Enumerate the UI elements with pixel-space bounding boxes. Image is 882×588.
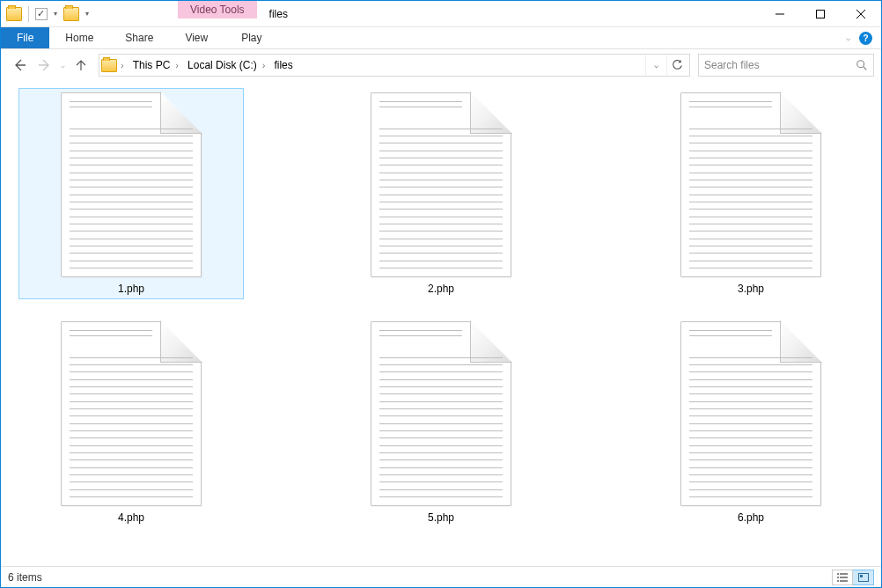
maximize-icon bbox=[816, 10, 825, 18]
file-name-label: 2.php bbox=[428, 283, 454, 295]
refresh-button[interactable] bbox=[666, 55, 687, 76]
file-grid: 1.php2.php3.php4.php5.php6.php bbox=[10, 88, 872, 528]
svg-rect-4 bbox=[837, 577, 839, 578]
details-view-button[interactable] bbox=[832, 570, 853, 585]
minimize-icon bbox=[775, 10, 784, 18]
arrow-right-icon bbox=[38, 58, 52, 72]
quick-access-toolbar: ✓ ▾ ▾ bbox=[1, 1, 97, 26]
file-item[interactable]: 3.php bbox=[638, 88, 864, 299]
file-name-label: 5.php bbox=[428, 511, 454, 524]
item-count-label: 6 items bbox=[8, 571, 42, 584]
file-name-label: 6.php bbox=[738, 511, 764, 524]
navigation-bar: ⌵ › This PC › Local Disk (C:) › files ⌵ … bbox=[1, 49, 881, 81]
chevron-right-icon[interactable]: › bbox=[262, 60, 269, 70]
check-icon: ✓ bbox=[37, 8, 45, 19]
ribbon-tabs: File Home Share View Play ⌵ ? bbox=[1, 27, 881, 49]
nav-history-chevron-icon[interactable]: ⌵ bbox=[59, 62, 67, 70]
arrow-up-icon bbox=[75, 59, 87, 71]
help-icon[interactable]: ? bbox=[859, 32, 872, 45]
file-name-label: 1.php bbox=[118, 283, 144, 295]
chevron-down-icon: ⌵ bbox=[654, 61, 658, 70]
text-file-icon bbox=[61, 321, 202, 506]
contextual-tab-header: Video Tools bbox=[178, 1, 257, 26]
tab-view[interactable]: View bbox=[169, 27, 224, 48]
text-file-icon bbox=[680, 321, 821, 506]
file-item[interactable]: 5.php bbox=[328, 317, 554, 528]
file-item[interactable]: 4.php bbox=[18, 317, 244, 528]
chevron-right-icon[interactable]: › bbox=[121, 60, 128, 70]
breadcrumb-this-pc[interactable]: This PC bbox=[129, 55, 174, 76]
tab-play[interactable]: Play bbox=[224, 27, 279, 48]
refresh-icon bbox=[672, 60, 683, 71]
large-icons-view-button[interactable] bbox=[853, 570, 874, 585]
text-file-icon bbox=[371, 321, 511, 506]
separator bbox=[28, 6, 29, 22]
svg-rect-7 bbox=[840, 580, 848, 582]
nav-up-button[interactable] bbox=[70, 54, 92, 77]
svg-rect-0 bbox=[817, 10, 825, 18]
breadcrumb-folder[interactable]: files bbox=[270, 55, 296, 76]
ribbon-collapse-chevron-icon[interactable]: ⌵ bbox=[846, 33, 850, 42]
svg-point-1 bbox=[857, 61, 864, 68]
minimize-button[interactable] bbox=[760, 1, 800, 26]
file-name-label: 3.php bbox=[738, 283, 764, 295]
address-history-dropdown[interactable]: ⌵ bbox=[645, 55, 666, 76]
details-view-icon bbox=[837, 573, 848, 582]
text-file-icon bbox=[61, 92, 202, 277]
svg-rect-5 bbox=[840, 577, 848, 578]
window-controls bbox=[760, 1, 881, 26]
explorer-window: ✓ ▾ ▾ Video Tools files File Home Share … bbox=[0, 0, 882, 588]
window-title: files bbox=[257, 1, 288, 26]
address-bar[interactable]: › This PC › Local Disk (C:) › files ⌵ bbox=[99, 54, 690, 77]
ribbon-right-controls: ⌵ ? bbox=[846, 27, 881, 48]
svg-rect-2 bbox=[837, 573, 839, 575]
file-list-pane[interactable]: 1.php2.php3.php4.php5.php6.php bbox=[1, 81, 881, 566]
nav-back-button[interactable] bbox=[8, 54, 31, 77]
file-name-label: 4.php bbox=[118, 511, 144, 524]
svg-rect-6 bbox=[837, 580, 839, 582]
close-icon bbox=[856, 10, 865, 18]
breadcrumb-drive[interactable]: Local Disk (C:) bbox=[184, 55, 261, 76]
close-button[interactable] bbox=[841, 1, 881, 26]
file-tab[interactable]: File bbox=[1, 27, 49, 48]
folder-icon bbox=[101, 59, 117, 72]
text-file-icon bbox=[680, 92, 821, 277]
properties-qat-button[interactable]: ✓ bbox=[35, 8, 48, 20]
file-item[interactable]: 6.php bbox=[638, 317, 864, 528]
nav-forward-button[interactable] bbox=[33, 54, 56, 77]
svg-rect-9 bbox=[860, 575, 863, 577]
search-icon bbox=[856, 59, 868, 71]
search-placeholder: Search files bbox=[704, 59, 856, 71]
tab-home[interactable]: Home bbox=[49, 27, 109, 48]
view-mode-switcher bbox=[832, 570, 874, 585]
arrow-left-icon bbox=[12, 58, 26, 72]
maximize-button[interactable] bbox=[800, 1, 841, 26]
svg-rect-3 bbox=[840, 573, 848, 575]
folder-icon[interactable] bbox=[6, 7, 22, 21]
search-input[interactable]: Search files bbox=[698, 54, 874, 77]
tab-share[interactable]: Share bbox=[109, 27, 169, 48]
new-folder-qat-button[interactable] bbox=[63, 7, 79, 21]
status-bar: 6 items bbox=[1, 566, 881, 587]
file-item[interactable]: 2.php bbox=[328, 88, 554, 299]
large-icons-view-icon bbox=[858, 573, 869, 582]
chevron-down-icon[interactable]: ▾ bbox=[51, 10, 60, 18]
file-item[interactable]: 1.php bbox=[18, 88, 244, 299]
qat-customize-chevron-icon[interactable]: ▾ bbox=[83, 10, 92, 18]
chevron-right-icon[interactable]: › bbox=[175, 60, 182, 70]
contextual-tab-label: Video Tools bbox=[178, 1, 257, 18]
text-file-icon bbox=[371, 92, 511, 277]
titlebar: ✓ ▾ ▾ Video Tools files bbox=[1, 1, 881, 27]
